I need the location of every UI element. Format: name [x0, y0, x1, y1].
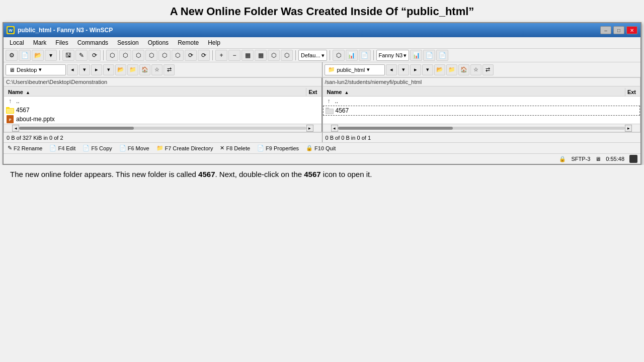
toolbar-new-btn[interactable]: 📄 — [19, 50, 31, 61]
left-fav[interactable]: ☆ — [151, 64, 163, 75]
minimize-button[interactable]: – — [600, 26, 611, 34]
right-nav-fwd[interactable]: ▸ — [410, 64, 421, 75]
toolbar-btn-k[interactable]: ⟳ — [198, 50, 210, 61]
right-nav-back[interactable]: ◂ — [386, 64, 397, 75]
close-button[interactable]: ✕ — [626, 26, 637, 34]
right-dropdown-arrow: ▾ — [367, 66, 370, 73]
toolbar-btn-d[interactable]: ⬡ — [106, 50, 118, 61]
app-icon: W — [7, 26, 15, 34]
fn8-delete[interactable]: ✕ F8 Delete — [218, 144, 252, 152]
scroll-left[interactable]: ◂ — [331, 125, 338, 132]
pptx-icon: P — [6, 115, 14, 123]
left-sync[interactable]: ⇄ — [164, 64, 175, 75]
list-item[interactable]: ↑ .. — [4, 97, 321, 106]
fn2-rename[interactable]: ✎ F2 Rename — [6, 144, 44, 152]
toolbar-btn-b[interactable]: ✎ — [75, 50, 88, 61]
session-dropdown-arrow: ▾ — [321, 52, 325, 59]
fn5-key: F5 — [91, 145, 98, 151]
session-dropdown[interactable]: Defau... ▾ — [298, 50, 327, 61]
toolbar-btn-j[interactable]: ⟳ — [185, 50, 197, 61]
right-sync[interactable]: ⇄ — [482, 64, 494, 75]
scroll-left[interactable]: ◂ — [12, 125, 19, 132]
left-status: 0 B of 327 KiB in 0 of 2 — [4, 132, 323, 142]
toolbar-btn-t[interactable]: 📄 — [359, 50, 371, 61]
maximize-button[interactable]: □ — [613, 26, 624, 34]
toolbar-btn-m[interactable]: − — [228, 50, 240, 61]
right-nav-fwd-dropdown[interactable]: ▾ — [422, 64, 433, 75]
toolbar-btn-q[interactable]: ⬡ — [281, 50, 293, 61]
list-item[interactable]: 4567 — [323, 106, 640, 116]
left-nav-back-dropdown[interactable]: ▾ — [79, 64, 90, 75]
scroll-right[interactable]: ▸ — [625, 125, 632, 132]
right-open[interactable]: 📂 — [434, 64, 445, 75]
left-nav-fwd-dropdown[interactable]: ▾ — [103, 64, 114, 75]
toolbar-btn-h[interactable]: ⬡ — [158, 50, 171, 61]
list-item[interactable]: P about-me.pptx — [4, 115, 321, 124]
toolbar-btn-e[interactable]: ⬡ — [119, 50, 131, 61]
left-refresh[interactable]: 🏠 — [139, 64, 150, 75]
window-title: public_html - Fanny N3 - WinSCP — [18, 27, 113, 34]
menu-mark[interactable]: Mark — [29, 38, 51, 47]
file-name: about-me.pptx — [16, 116, 289, 123]
menu-options[interactable]: Options — [144, 38, 173, 47]
left-open[interactable]: 📂 — [115, 64, 126, 75]
fn9-properties[interactable]: 📄 F9 Properties — [255, 144, 301, 152]
fn10-quit[interactable]: 🔒 F10 Quit — [304, 144, 338, 152]
toolbar-btn-c[interactable]: ⟳ — [89, 50, 101, 61]
right-fav[interactable]: ☆ — [470, 64, 481, 75]
toolbar-open-dropdown[interactable]: ▾ — [45, 50, 57, 61]
list-item[interactable]: ↑ .. — [323, 97, 640, 106]
list-item[interactable]: 4567 — [4, 106, 321, 115]
menu-commands[interactable]: Commands — [73, 38, 112, 47]
fn10-key: F10 — [314, 145, 324, 151]
scroll-track[interactable] — [338, 127, 625, 130]
toolbar-btn-p[interactable]: ⬡ — [268, 50, 280, 61]
fn7-create[interactable]: 📁 F7 Create Directory — [154, 144, 215, 152]
menu-local[interactable]: Local — [6, 38, 28, 47]
menu-help[interactable]: Help — [204, 38, 224, 47]
left-new-folder[interactable]: 📁 — [127, 64, 138, 75]
left-sort-arrow: ▲ — [26, 90, 30, 95]
toolbar-btn-i[interactable]: ⬡ — [172, 50, 184, 61]
toolbar-btn-s[interactable]: 📊 — [346, 50, 358, 61]
right-folder-icon: 📁 — [328, 66, 335, 73]
scroll-track[interactable] — [19, 127, 306, 130]
time-display: 0:55:48 — [606, 156, 624, 162]
toolbar-btn-u[interactable]: 📊 — [410, 50, 422, 61]
toolbar-settings-btn[interactable]: ⚙ — [6, 50, 18, 61]
menu-remote[interactable]: Remote — [174, 38, 203, 47]
toolbar-btn-a[interactable]: 🖫 — [62, 50, 74, 61]
toolbar-btn-g[interactable]: ⬡ — [145, 50, 157, 61]
right-nav-back-dropdown[interactable]: ▾ — [398, 64, 409, 75]
toolbar-btn-n[interactable]: ▦ — [242, 50, 254, 61]
toolbar-btn-r[interactable]: ⬡ — [333, 50, 345, 61]
right-new-folder[interactable]: 📁 — [446, 64, 457, 75]
fn6-move[interactable]: 📄 F6 Move — [117, 144, 151, 152]
toolbar-open-btn[interactable]: 📂 — [32, 50, 44, 61]
right-dropdown-label: public_html — [337, 67, 365, 73]
title-bar: W public_html - Fanny N3 - WinSCP – □ ✕ — [4, 23, 640, 37]
right-refresh[interactable]: 🏠 — [458, 64, 469, 75]
toolbar-btn-l[interactable]: + — [215, 50, 227, 61]
left-scrollbar-h[interactable]: ◂ ▸ — [4, 124, 321, 132]
menu-files[interactable]: Files — [51, 38, 72, 47]
caption-folder-name: 4567 — [198, 170, 215, 178]
right-scrollbar-h[interactable]: ◂ ▸ — [323, 124, 640, 132]
fn5-copy[interactable]: 📄 F5 Copy — [80, 144, 114, 152]
scroll-right[interactable]: ▸ — [306, 125, 313, 132]
fn4-edit[interactable]: 📄 F4 Edit — [47, 144, 77, 152]
menu-session[interactable]: Session — [113, 38, 143, 47]
toolbar-btn-f[interactable]: ⬡ — [132, 50, 144, 61]
toolbar-btn-o[interactable]: ▦ — [255, 50, 267, 61]
toolbar-btn-w[interactable]: 📄 — [436, 50, 448, 61]
profile-dropdown[interactable]: Fanny N3 ▾ — [376, 50, 410, 61]
up-icon: ↑ — [325, 97, 333, 105]
left-col-headers: Name ▲ Ext — [4, 86, 321, 97]
left-nav-back[interactable]: ◂ — [67, 64, 78, 75]
toolbar-btn-v[interactable]: 📄 — [423, 50, 435, 61]
monitor-status: 🖥 — [595, 156, 601, 162]
status-row: 0 B of 327 KiB in 0 of 2 0 B of 0 B in 0… — [4, 132, 640, 142]
left-nav-fwd[interactable]: ▸ — [91, 64, 102, 75]
right-location-dropdown[interactable]: 📁 public_html ▾ — [325, 64, 385, 75]
left-location-dropdown[interactable]: 🖥 Desktop ▾ — [6, 64, 66, 75]
